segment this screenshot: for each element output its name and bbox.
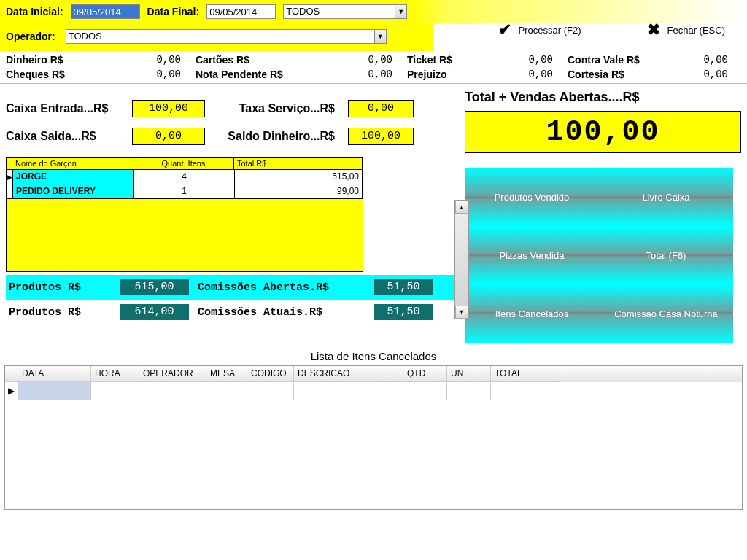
close-icon: ✖ <box>647 20 660 39</box>
action-panel: Produtos Vendido Livro Caixa Pizzas Vend… <box>465 168 733 343</box>
cell-total: 99,00 <box>235 184 363 198</box>
nota-value: 0,00 <box>320 69 392 80</box>
ticket-value: 0,00 <box>480 54 553 66</box>
fechar-label: Fechar (ESC) <box>667 25 725 36</box>
scroll-up-icon[interactable]: ▲ <box>455 201 468 214</box>
saldo-label: Saldo Dinheiro...R$ <box>218 130 335 143</box>
cell-total: 515,00 <box>235 170 363 184</box>
saldo-value: 100,00 <box>348 128 414 145</box>
comissao-noturna-button[interactable]: Comissão Casa Noturna <box>599 284 733 343</box>
products-band: Produtos R$ 515,00 Comissões Abertas.R$ … <box>6 275 458 324</box>
totals-row: Dinheiro R$0,00 Cheques R$0,00 Cartões R… <box>0 51 747 84</box>
cartoes-value: 0,00 <box>320 54 392 66</box>
col-qtd: QTD <box>403 366 447 382</box>
comissoes-atuais-value: 51,50 <box>374 304 433 320</box>
cheques-label: Cheques R$ <box>6 69 101 80</box>
table-row[interactable]: PEDIDO DELIVERY 1 99,00 <box>7 184 363 198</box>
produtos1-label: Produtos R$ <box>9 281 111 294</box>
cartoes-label: Cartões R$ <box>196 54 320 66</box>
operador-row: Operador: TODOS ▼ <box>0 23 433 51</box>
row-indicator-icon: ▶ <box>7 170 13 184</box>
cell-nome: PEDIDO DELIVERY <box>13 184 134 198</box>
total-open-label: Total + Vendas Abertas....R$ <box>465 90 741 105</box>
table-row[interactable]: ▶ <box>5 382 742 400</box>
operador-label: Operador: <box>6 31 55 42</box>
cell-nome: JORGE <box>13 170 134 184</box>
check-icon: ✔ <box>498 20 511 39</box>
caixa-entrada-label: Caixa Entrada...R$ <box>6 102 119 115</box>
tipo-combo[interactable]: TODOS ▼ <box>283 4 407 19</box>
data-final-input[interactable] <box>206 4 276 19</box>
total-f6-button[interactable]: Total (F6) <box>599 226 733 284</box>
produtos2-value: 614,00 <box>120 304 189 320</box>
col-total: TOTAL <box>491 366 560 382</box>
cheques-value: 0,00 <box>101 69 181 80</box>
ticket-label: Ticket R$ <box>407 54 480 66</box>
caixa-saida-value: 0,00 <box>132 128 205 145</box>
cell-qtd: 1 <box>134 184 235 198</box>
col-total: Total R$ <box>234 158 363 169</box>
fechar-button[interactable]: ✖ Fechar (ESC) <box>647 20 725 39</box>
total-open-value: 100,00 <box>465 111 741 153</box>
prejuizo-value: 0,00 <box>480 69 553 80</box>
contravale-value: 0,00 <box>670 54 728 66</box>
caixa-entrada-value: 100,00 <box>132 100 205 117</box>
dinheiro-value: 0,00 <box>101 54 181 66</box>
produtos1-value: 515,00 <box>120 279 189 295</box>
taxa-value: 0,00 <box>348 100 414 117</box>
col-descricao: DESCRICAO <box>294 366 403 382</box>
nota-label: Nota Pendente R$ <box>196 69 320 80</box>
prejuizo-label: Prejuizo <box>407 69 480 80</box>
operador-combo-value: TODOS <box>66 30 374 43</box>
data-inicial-input[interactable] <box>71 4 140 19</box>
comissoes-atuais-label: Comissões Atuais.R$ <box>198 306 365 319</box>
processar-button[interactable]: ✔ Processar (F2) <box>498 20 581 39</box>
col-data: DATA <box>18 366 91 382</box>
col-codigo: CODIGO <box>247 366 294 382</box>
col-nome: Nome do Garçon <box>12 158 133 169</box>
row-indicator-icon: ▶ <box>5 382 18 400</box>
processar-label: Processar (F2) <box>519 25 581 36</box>
dinheiro-label: Dinheiro R$ <box>6 54 101 66</box>
caixa-saida-label: Caixa Saida...R$ <box>6 130 119 143</box>
col-hora: HORA <box>91 366 139 382</box>
produtos2-label: Produtos R$ <box>9 306 111 319</box>
scroll-down-icon[interactable]: ▼ <box>455 306 468 319</box>
chevron-down-icon: ▼ <box>374 30 386 43</box>
garcon-grid[interactable]: Nome do Garçon Quant. Itens Total R$ ▶ J… <box>6 157 363 272</box>
col-qtd: Quant. Itens <box>133 158 234 169</box>
grid-empty-area <box>7 198 363 271</box>
cancel-grid[interactable]: DATA HORA OPERADOR MESA CODIGO DESCRICAO… <box>4 365 743 510</box>
operador-combo[interactable]: TODOS ▼ <box>66 29 387 44</box>
cell-qtd: 4 <box>134 170 235 184</box>
col-mesa: MESA <box>206 366 247 382</box>
table-row[interactable]: ▶ JORGE 4 515,00 <box>7 169 363 184</box>
col-operador: OPERADOR <box>139 366 206 382</box>
pizzas-vendida-button[interactable]: Pizzas Vendida <box>465 226 599 284</box>
chevron-down-icon: ▼ <box>395 5 406 18</box>
col-un: UN <box>447 366 491 382</box>
produtos-vendido-button[interactable]: Produtos Vendido <box>465 168 599 226</box>
cortesia-value: 0,00 <box>670 69 728 80</box>
taxa-label: Taxa Serviço...R$ <box>218 102 335 115</box>
itens-cancelados-button[interactable]: Itens Cancelados <box>465 284 599 343</box>
cortesia-label: Cortesia R$ <box>568 69 670 80</box>
comissoes-abertas-value: 51,50 <box>374 279 433 295</box>
data-final-label: Data Final: <box>147 6 200 18</box>
tipo-combo-value: TODOS <box>284 5 395 18</box>
data-inicial-label: Data Inicial: <box>6 6 63 18</box>
comissoes-abertas-label: Comissões Abertas.R$ <box>198 281 365 294</box>
cancel-list-title: Lista de Itens Cancelados <box>0 350 747 362</box>
livro-caixa-button[interactable]: Livro Caixa <box>599 168 733 226</box>
contravale-label: Contra Vale R$ <box>568 54 670 66</box>
grid-scrollbar[interactable]: ▲ ▼ <box>454 200 469 319</box>
header-actions: ✔ Processar (F2) ✖ Fechar (ESC) <box>498 20 725 39</box>
